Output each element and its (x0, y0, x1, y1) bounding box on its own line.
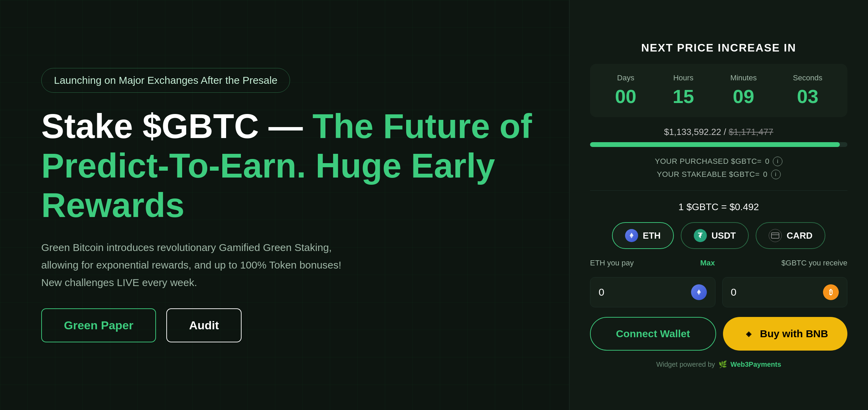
receive-label: $GBTC you receive (781, 259, 847, 267)
buttons-row: Green Paper Audit (41, 308, 535, 342)
countdown-box: Days 00 Hours 15 Minutes 09 Seconds 03 (590, 64, 847, 117)
pay-input[interactable] (599, 286, 674, 298)
svg-rect-4 (771, 234, 779, 235)
price-display: 1 $GBTC = $0.492 (590, 202, 847, 213)
minutes-value: 09 (733, 85, 754, 107)
gbtc-token-icon: ₿ (823, 284, 839, 300)
svg-rect-3 (771, 233, 779, 238)
green-paper-button[interactable]: Green Paper (41, 308, 156, 342)
purchased-label: YOUR PURCHASED $GBTC= (655, 157, 762, 166)
payment-tabs: ETH ₮ USDT CARD (590, 222, 847, 249)
inputs-row: ₿ (590, 277, 847, 307)
divider (590, 190, 847, 191)
badge: Launching on Major Exchanges After the P… (41, 68, 290, 93)
max-label[interactable]: Max (700, 259, 715, 267)
seconds-value: 03 (797, 85, 818, 107)
left-section: Launching on Major Exchanges After the P… (0, 0, 569, 410)
buy-bnb-label: Buy with BNB (760, 328, 828, 340)
countdown-minutes: Minutes 09 (730, 73, 757, 107)
usdt-tab-label: USDT (712, 230, 736, 241)
usdt-icon: ₮ (694, 229, 707, 242)
leaf-icon: 🌿 (719, 360, 727, 368)
progress-bar-fill (590, 142, 840, 147)
action-buttons: Connect Wallet ◈ Buy with BNB (590, 317, 847, 351)
countdown-seconds: Seconds 03 (793, 73, 823, 107)
widget-panel: NEXT PRICE INCREASE IN Days 00 Hours 15 … (569, 0, 868, 410)
eth-token-icon (691, 284, 707, 300)
countdown-hours: Hours 15 (672, 73, 694, 107)
seconds-label: Seconds (793, 73, 823, 82)
progress-amounts: $1,133,592.22 / $1,171,477 (590, 127, 847, 137)
stakeable-label: YOUR STAKEABLE $GBTC= (657, 170, 760, 179)
powered-by: Widget powered by 🌿 Web3Payments (590, 360, 847, 368)
audit-button[interactable]: Audit (166, 308, 242, 342)
connect-wallet-button[interactable]: Connect Wallet (590, 317, 716, 351)
hours-value: 15 (672, 85, 694, 107)
card-tab-label: CARD (787, 230, 812, 241)
inputs-label-row: ETH you pay Max $GBTC you receive (590, 259, 847, 267)
minutes-label: Minutes (730, 73, 757, 82)
stakeable-info-icon[interactable]: i (771, 170, 781, 179)
receive-input-wrapper: ₿ (722, 277, 848, 307)
main-heading: Stake $GBTC — The Future of Predict-To-E… (41, 106, 535, 225)
page-layout: Launching on Major Exchanges After the P… (0, 0, 868, 410)
progress-section: $1,133,592.22 / $1,171,477 (590, 127, 847, 147)
widget-title: NEXT PRICE INCREASE IN (590, 42, 847, 54)
eth-tab-label: ETH (643, 230, 661, 241)
bnb-icon: ◈ (742, 327, 755, 340)
receive-input[interactable] (731, 286, 806, 298)
eth-icon (625, 229, 638, 242)
powered-by-text: Widget powered by (656, 361, 715, 368)
heading-part1: Stake $GBTC — (41, 107, 312, 145)
tab-card[interactable]: CARD (756, 222, 825, 249)
pay-label: ETH you pay (590, 259, 634, 267)
hours-label: Hours (673, 73, 693, 82)
days-label: Days (617, 73, 634, 82)
stakeable-row: YOUR STAKEABLE $GBTC= 0 i (590, 170, 847, 179)
web3payments-label: Web3Payments (731, 361, 781, 368)
purchased-row: YOUR PURCHASED $GBTC= 0 i (590, 157, 847, 166)
countdown-days: Days 00 (615, 73, 636, 107)
pay-input-wrapper (590, 277, 715, 307)
tab-eth[interactable]: ETH (612, 222, 674, 249)
purchased-value: 0 (765, 157, 769, 166)
progress-bar-container (590, 142, 847, 147)
progress-current: $1,133,592.22 (664, 127, 721, 137)
description-text: Green Bitcoin introduces revolutionary G… (41, 239, 350, 291)
stakeable-value: 0 (763, 170, 768, 179)
card-icon (769, 229, 782, 242)
tab-usdt[interactable]: ₮ USDT (681, 222, 749, 249)
days-value: 00 (615, 85, 636, 107)
buy-bnb-button[interactable]: ◈ Buy with BNB (723, 317, 848, 351)
info-rows: YOUR PURCHASED $GBTC= 0 i YOUR STAKEABLE… (590, 157, 847, 179)
purchased-info-icon[interactable]: i (773, 157, 782, 166)
badge-text: Launching on Major Exchanges After the P… (54, 75, 277, 86)
progress-target: $1,171,477 (728, 127, 773, 137)
